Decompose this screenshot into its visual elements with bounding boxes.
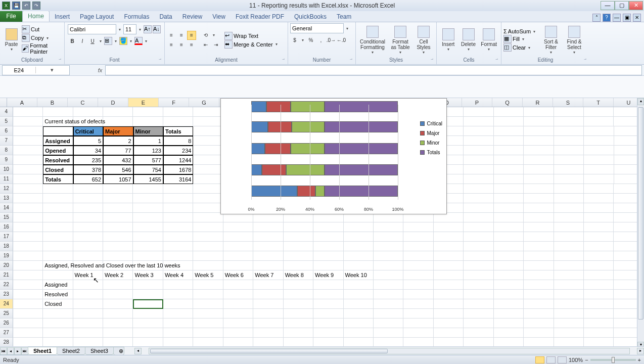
cell-N26[interactable] [403, 318, 433, 328]
zoom-thumb[interactable] [612, 357, 615, 363]
increase-font-icon[interactable]: A↑ [144, 25, 152, 33]
cell-D25[interactable] [103, 309, 133, 318]
cell-B11[interactable]: Totals [43, 174, 73, 184]
cell-P15[interactable] [464, 213, 493, 222]
row-header-24[interactable]: 24 [0, 299, 13, 309]
cell-S8[interactable] [554, 146, 584, 155]
cell-C7[interactable]: 5 [73, 136, 103, 146]
cell-F17[interactable] [163, 232, 193, 242]
cell-K19[interactable] [313, 251, 343, 261]
cell-G14[interactable] [193, 203, 223, 213]
cell-D9[interactable]: 432 [103, 155, 133, 165]
column-header-T[interactable]: T [583, 98, 614, 107]
cell-Q26[interactable] [494, 318, 524, 328]
cell-L25[interactable] [344, 309, 374, 318]
cell-A4[interactable] [13, 107, 43, 117]
cell-B15[interactable] [43, 213, 73, 222]
cell-T12[interactable] [584, 184, 614, 194]
cell-R27[interactable] [524, 328, 554, 338]
insert-cells-button[interactable]: Insert▾ [439, 24, 458, 56]
cell-F16[interactable] [163, 222, 193, 232]
cell-E27[interactable] [133, 328, 163, 338]
cell-I20[interactable] [253, 261, 283, 270]
cell-D6[interactable]: Major [103, 126, 133, 136]
cell-I24[interactable] [253, 299, 283, 309]
cell-J25[interactable] [284, 309, 313, 318]
cell-D5[interactable] [103, 117, 133, 126]
cell-F19[interactable] [163, 251, 193, 261]
cell-K26[interactable] [313, 318, 343, 328]
cell-F6[interactable]: Totals [163, 126, 193, 136]
cell-S9[interactable] [554, 155, 584, 165]
row-header-13[interactable]: 13 [0, 194, 13, 203]
cell-M26[interactable] [374, 318, 403, 328]
tab-formulas[interactable]: Formulas [119, 12, 154, 22]
cell-Q17[interactable] [494, 232, 524, 242]
cell-P4[interactable] [464, 107, 493, 117]
cell-Q24[interactable] [494, 299, 524, 309]
cell-F12[interactable] [163, 184, 193, 194]
cell-R16[interactable] [524, 222, 554, 232]
cell-B6[interactable] [43, 126, 73, 136]
cell-O19[interactable] [434, 251, 464, 261]
wrap-text-button[interactable]: ↩Wrap Text [224, 32, 279, 40]
cell-K22[interactable] [313, 280, 343, 290]
cell-B9[interactable]: Resolved [43, 155, 73, 165]
cell-O27[interactable] [434, 328, 464, 338]
cell-P7[interactable] [464, 136, 493, 146]
cell-C23[interactable] [73, 290, 103, 299]
fill-button[interactable]: ▦Fill▾ [503, 35, 539, 43]
cell-B24[interactable]: Closed [43, 299, 73, 309]
cell-Q19[interactable] [494, 251, 524, 261]
cell-A25[interactable] [13, 309, 43, 318]
cell-J21[interactable]: Week 8 [284, 270, 313, 280]
cell-I16[interactable] [253, 222, 283, 232]
cell-F18[interactable] [163, 242, 193, 251]
cell-P8[interactable] [464, 146, 493, 155]
row-header-17[interactable]: 17 [0, 232, 13, 242]
cut-button[interactable]: ✂Cut [22, 25, 62, 33]
cell-F14[interactable] [163, 203, 193, 213]
cell-E17[interactable] [133, 232, 163, 242]
cell-M17[interactable] [374, 232, 403, 242]
cell-A27[interactable] [13, 328, 43, 338]
cell-G13[interactable] [193, 194, 223, 203]
cell-R24[interactable] [524, 299, 554, 309]
cell-J17[interactable] [284, 232, 313, 242]
cell-G22[interactable] [193, 280, 223, 290]
cell-L17[interactable] [344, 232, 374, 242]
cell-R10[interactable] [524, 165, 554, 174]
cell-M23[interactable] [374, 290, 403, 299]
cell-F4[interactable] [163, 107, 193, 117]
cell-J16[interactable] [284, 222, 313, 232]
column-header-G[interactable]: G [189, 98, 219, 107]
cell-Q20[interactable] [494, 261, 524, 270]
column-header-B[interactable]: B [37, 98, 68, 107]
cell-L21[interactable]: Week 10 [344, 270, 374, 280]
format-painter-button[interactable]: 🖌Format Painter [22, 42, 62, 55]
column-header-S[interactable]: S [553, 98, 583, 107]
cell-E25[interactable] [133, 309, 163, 318]
cell-D7[interactable]: 2 [103, 136, 133, 146]
cell-Q4[interactable] [494, 107, 524, 117]
cell-Q5[interactable] [494, 117, 524, 126]
cell-T8[interactable] [584, 146, 614, 155]
cell-E16[interactable] [133, 222, 163, 232]
cell-G21[interactable]: Week 5 [193, 270, 223, 280]
cell-J18[interactable] [284, 242, 313, 251]
cell-C17[interactable] [73, 232, 103, 242]
cell-T21[interactable] [584, 270, 614, 280]
cell-G23[interactable] [193, 290, 223, 299]
autosum-button[interactable]: Σ AutoSum▾ [503, 28, 539, 34]
cell-D8[interactable]: 77 [103, 146, 133, 155]
cell-P20[interactable] [464, 261, 493, 270]
cell-C27[interactable] [73, 328, 103, 338]
row-header-21[interactable]: 21 [0, 270, 13, 280]
cell-T25[interactable] [584, 309, 614, 318]
cell-K25[interactable] [313, 309, 343, 318]
cell-S17[interactable] [554, 232, 584, 242]
cell-C21[interactable]: Week 1 [73, 270, 103, 280]
cell-G16[interactable] [193, 222, 223, 232]
cell-M25[interactable] [374, 309, 403, 318]
column-header-E[interactable]: E [128, 98, 159, 107]
